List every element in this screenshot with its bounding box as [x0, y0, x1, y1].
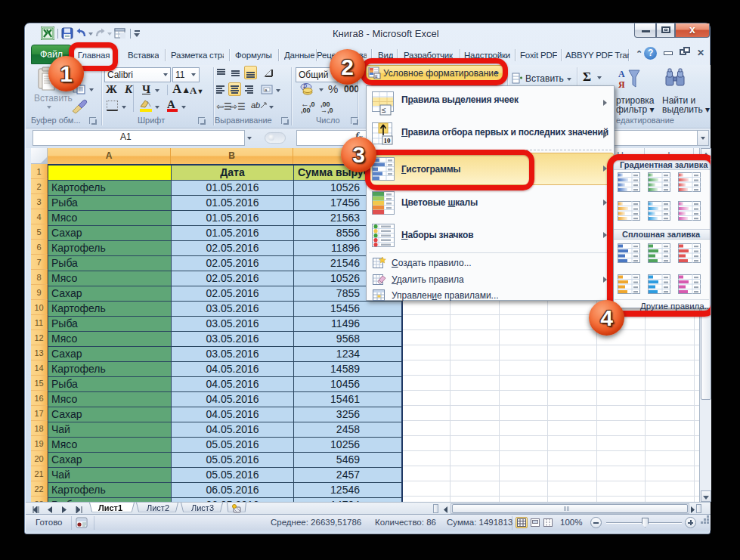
svg-text:≤: ≤ [382, 106, 386, 114]
svg-text:А: А [618, 69, 625, 79]
svg-text:10: 10 [384, 137, 392, 144]
svg-text:Я: Я [618, 79, 625, 90]
svg-text:ab: ab [251, 101, 260, 110]
